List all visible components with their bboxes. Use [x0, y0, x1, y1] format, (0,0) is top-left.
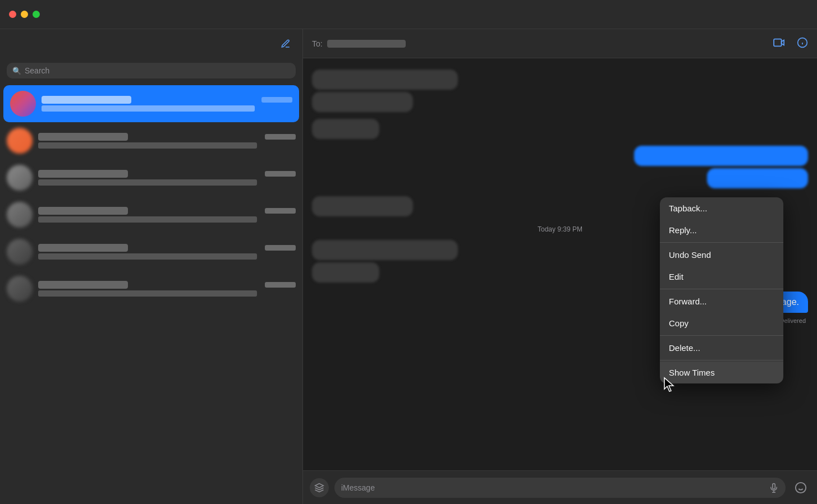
conversation-item[interactable]	[0, 159, 302, 196]
compose-button[interactable]	[278, 36, 293, 52]
conv-time	[265, 208, 296, 214]
menu-divider	[660, 360, 783, 360]
avatar	[7, 239, 33, 265]
message-bubble-blurred	[634, 146, 808, 166]
menu-item-tapback[interactable]: Tapback...	[660, 197, 783, 219]
message-bubble-blurred	[312, 92, 413, 112]
conversation-item[interactable]	[0, 196, 302, 233]
to-label: To:	[312, 39, 323, 48]
close-button[interactable]	[9, 11, 16, 18]
menu-divider	[660, 335, 783, 336]
chat-header-icons	[773, 37, 808, 50]
conv-preview	[38, 142, 257, 149]
search-bar[interactable]: 🔍	[7, 63, 296, 78]
conv-name	[38, 170, 128, 178]
search-input[interactable]	[25, 66, 290, 75]
conv-time	[265, 134, 296, 140]
conversation-item[interactable]	[0, 270, 302, 307]
menu-item-forward[interactable]: Forward...	[660, 290, 783, 312]
recipient-name	[327, 40, 406, 48]
menu-item-copy[interactable]: Copy	[660, 312, 783, 334]
conv-name	[42, 96, 131, 104]
conv-name	[38, 207, 128, 215]
chat-area: To:	[303, 29, 817, 504]
conversation-content	[38, 244, 296, 260]
menu-item-edit[interactable]: Edit	[660, 266, 783, 288]
conv-time	[265, 245, 296, 251]
emoji-button[interactable]	[791, 478, 810, 497]
conv-preview	[38, 216, 257, 223]
menu-item-delete[interactable]: Delete...	[660, 337, 783, 359]
conv-preview	[38, 179, 257, 186]
video-call-icon[interactable]	[773, 38, 786, 50]
chat-header-left: To:	[312, 39, 406, 48]
search-icon: 🔍	[12, 67, 21, 75]
message-input[interactable]: iMessage	[334, 478, 786, 498]
message-input-placeholder: iMessage	[341, 483, 375, 492]
sidebar: 🔍	[0, 29, 303, 504]
conversation-content	[38, 207, 296, 223]
avatar	[7, 202, 33, 228]
message-bubble-blurred	[312, 196, 413, 216]
conv-preview	[38, 290, 257, 297]
message-bubble-blurred	[312, 262, 379, 283]
avatar	[7, 128, 33, 154]
traffic-lights	[9, 11, 40, 18]
message-bubble-blurred	[312, 240, 458, 260]
chat-input-area: iMessage	[303, 470, 817, 504]
message-row	[312, 70, 808, 112]
conv-name	[38, 244, 128, 252]
title-bar	[0, 0, 817, 29]
avatar	[7, 165, 33, 191]
message-bubble-blurred	[707, 168, 808, 188]
svg-rect-0	[774, 39, 782, 46]
message-row	[312, 119, 808, 139]
conversation-content	[38, 133, 296, 149]
conversation-content	[38, 170, 296, 186]
conv-name	[38, 133, 128, 141]
conv-name	[38, 281, 128, 289]
menu-item-show-times[interactable]: Show Times	[660, 362, 783, 383]
menu-divider	[660, 289, 783, 289]
conversation-content	[38, 281, 296, 297]
conversation-list	[0, 85, 302, 504]
app-store-button[interactable]	[310, 478, 329, 497]
audio-input-icon	[769, 483, 779, 493]
conv-preview	[42, 105, 255, 112]
avatar	[10, 91, 36, 117]
maximize-button[interactable]	[33, 11, 40, 18]
conversation-item[interactable]	[0, 122, 302, 159]
menu-item-undo-send[interactable]: Undo Send	[660, 244, 783, 266]
conv-time	[265, 282, 296, 288]
conversation-item[interactable]	[3, 85, 299, 122]
avatar	[7, 276, 33, 302]
svg-point-6	[796, 482, 806, 492]
context-menu: Tapback... Reply... Undo Send Edit Forwa…	[660, 197, 783, 383]
conversation-content	[42, 96, 292, 112]
conversation-item[interactable]	[0, 233, 302, 270]
menu-divider	[660, 242, 783, 243]
conv-preview	[38, 253, 257, 260]
message-bubble-blurred	[312, 70, 458, 90]
minimize-button[interactable]	[21, 11, 28, 18]
message-row	[312, 146, 808, 188]
chat-header: To:	[303, 29, 817, 58]
info-icon[interactable]	[797, 37, 808, 50]
conv-time	[261, 97, 292, 103]
sidebar-header	[0, 29, 302, 58]
message-bubble-blurred	[312, 119, 379, 139]
main-layout: 🔍	[0, 29, 817, 504]
menu-item-reply[interactable]: Reply...	[660, 219, 783, 241]
conv-time	[265, 171, 296, 177]
